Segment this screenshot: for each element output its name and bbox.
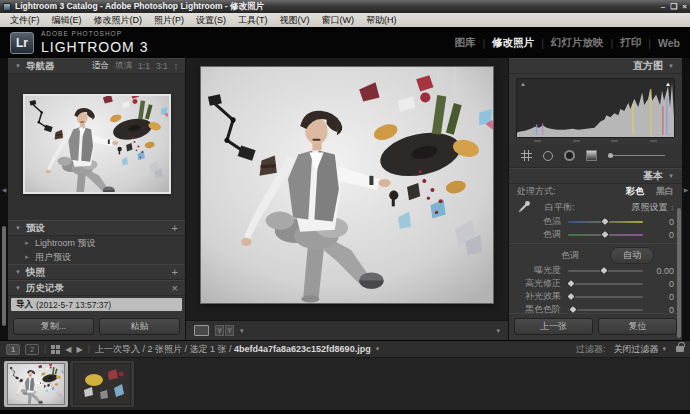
crop-tool-icon[interactable] (521, 150, 532, 161)
module-web[interactable]: Web (658, 37, 680, 49)
next-photo-icon[interactable]: ▶ (77, 345, 83, 354)
shadow-clipping-icon[interactable]: ▲ (520, 81, 526, 87)
preset-folder-lightroom[interactable]: ► Lightroom 预设 (8, 236, 185, 250)
breadcrumb-dropdown-icon[interactable]: ▾ (376, 345, 380, 353)
treatment-color[interactable]: 彩色 (626, 185, 644, 198)
left-panel-edge[interactable]: ◀ (0, 58, 8, 340)
filename: 4befd4a7fa8a623c152fd8690.jpg (234, 344, 371, 354)
filter-dropdown-icon: ▾ (662, 345, 666, 353)
zoom-1-1[interactable]: 1:1 (138, 61, 150, 71)
expand-right-icon[interactable]: ▶ (682, 186, 690, 193)
window-title: Lightroom 3 Catalog - Adobe Photoshop Li… (15, 1, 264, 13)
filter-lock-icon[interactable] (676, 346, 684, 352)
previous-photo-icon[interactable]: ◀ (65, 345, 71, 354)
loupe-toolbar: YY ▾ ▾ (186, 320, 508, 340)
left-scrollbar[interactable] (2, 226, 6, 326)
clear-history-icon[interactable]: × (172, 282, 178, 294)
photo-canvas (186, 58, 508, 320)
filmstrip-thumbnail-selected[interactable] (4, 361, 68, 407)
highlight-clipping-icon[interactable]: ▲ (665, 81, 671, 87)
minimize-button[interactable]: – (661, 1, 665, 12)
close-button[interactable]: × (682, 1, 687, 12)
disclosure-right-icon: ► (24, 254, 30, 260)
wb-preset-value: 原照设置 (632, 201, 668, 214)
module-develop[interactable]: 修改照片 (492, 36, 534, 50)
slider-row-recovery: 高光修正 0 (509, 277, 682, 290)
blacks-slider[interactable] (568, 309, 643, 311)
menu-help[interactable]: 帮助(H) (360, 13, 403, 27)
red-eye-icon[interactable] (564, 150, 575, 161)
navigator-preview[interactable] (8, 74, 185, 220)
wb-preset-dropdown[interactable]: 原照设置 ↕ (632, 201, 675, 214)
histogram[interactable]: ▲ ▲ (516, 78, 675, 138)
filmstrip-thumbnail[interactable] (70, 361, 134, 407)
menu-photo[interactable]: 照片(P) (148, 13, 190, 27)
menu-develop[interactable]: 修改照片(D) (88, 13, 149, 27)
menu-tools[interactable]: 工具(T) (232, 13, 274, 27)
wb-dropdown-icon: ↕ (671, 204, 675, 211)
navigator-photo[interactable] (23, 94, 171, 194)
exposure-slider[interactable] (568, 270, 643, 272)
preset-folder-user[interactable]: ► 用户预设 (8, 250, 185, 264)
module-slideshow[interactable]: 幻灯片放映 (551, 36, 604, 50)
menu-settings[interactable]: 设置(S) (190, 13, 232, 27)
graduated-filter-icon[interactable] (586, 150, 597, 161)
toolbar-options-icon[interactable]: ▾ (496, 327, 500, 335)
module-separator: | (611, 37, 614, 49)
app-icon (3, 3, 11, 11)
slider-value: 0 (650, 217, 674, 227)
recovery-slider[interactable] (568, 283, 643, 285)
add-snapshot-icon[interactable]: + (172, 266, 178, 278)
app-header: Lr ADOBE PHOTOSHOP LIGHTROOM 3 图库 | 修改照片… (0, 27, 690, 58)
menu-edit[interactable]: 编辑(E) (46, 13, 88, 27)
zoom-3-1[interactable]: 3:1 (156, 61, 168, 71)
module-print[interactable]: 打印 (620, 36, 641, 50)
reset-button[interactable]: 复位 (598, 318, 677, 335)
copy-button[interactable]: 复制... (13, 318, 94, 335)
fill-light-slider[interactable] (568, 296, 643, 298)
presets-header[interactable]: ▼ 预设 + (8, 220, 185, 236)
menu-file[interactable]: 文件(F) (4, 13, 46, 27)
filmstrip (0, 358, 690, 410)
temp-slider[interactable] (568, 221, 643, 223)
collapse-left-icon[interactable]: ◀ (0, 186, 8, 193)
spot-removal-icon[interactable] (543, 151, 553, 161)
zoom-updown-icon[interactable]: ↕ (174, 61, 178, 71)
zoom-fill[interactable]: 填满 (115, 60, 132, 72)
disclosure-down-icon: ▼ (15, 225, 21, 231)
tint-slider[interactable] (568, 234, 643, 236)
menu-view[interactable]: 视图(V) (274, 13, 316, 27)
snapshots-header[interactable]: ▼ 快照 + (8, 264, 185, 280)
tone-row: 色调 自动 (509, 246, 682, 264)
wb-eyedropper-icon[interactable] (517, 200, 531, 214)
loupe-view-icon[interactable] (194, 325, 209, 336)
auto-tone-button[interactable]: 自动 (610, 247, 654, 264)
slider-row-temp: 色温 0 (509, 215, 682, 228)
main-window-button[interactable]: 1 (6, 344, 20, 355)
source-breadcrumb[interactable]: 上一次导入 / 2 张照片 / 选定 1 张 / 4befd4a7fa8a623… (95, 343, 371, 356)
history-header[interactable]: ▼ 历史记录 × (8, 280, 185, 296)
right-scrollbar[interactable] (677, 208, 681, 338)
basic-title: 基本 (643, 169, 663, 183)
filter-value: 关闭过滤器 (613, 343, 658, 356)
previous-button[interactable]: 上一张 (514, 318, 593, 335)
restore-button[interactable]: ❏ (670, 1, 677, 12)
module-library[interactable]: 图库 (455, 36, 476, 50)
add-preset-icon[interactable]: + (172, 222, 178, 234)
right-panel-edge[interactable]: ▶ (682, 58, 690, 340)
history-entry-import[interactable]: 导入 (2012-5-7 13:57:37) (11, 298, 182, 311)
paste-button[interactable]: 粘贴 (99, 318, 180, 335)
zoom-fit[interactable]: 适合 (92, 60, 109, 72)
grid-view-icon[interactable] (51, 345, 60, 354)
basic-header[interactable]: 基本 ▼ (509, 168, 682, 184)
before-after-dropdown-icon[interactable]: ▾ (240, 327, 244, 335)
filter-dropdown[interactable]: 关闭过滤器 ▾ (610, 343, 669, 356)
menu-window[interactable]: 窗口(W) (316, 13, 361, 27)
before-after-icon[interactable]: YY (215, 325, 234, 336)
treatment-bw[interactable]: 黑白 (656, 185, 674, 198)
second-window-button[interactable]: 2 (25, 344, 39, 355)
adjustment-brush-icon[interactable] (608, 153, 665, 158)
navigator-header[interactable]: ▼ 导航器 适合 填满 1:1 3:1 ↕ (8, 58, 185, 74)
main-photo[interactable] (201, 67, 493, 303)
histogram-header[interactable]: 直方图 ▼ (509, 58, 682, 74)
